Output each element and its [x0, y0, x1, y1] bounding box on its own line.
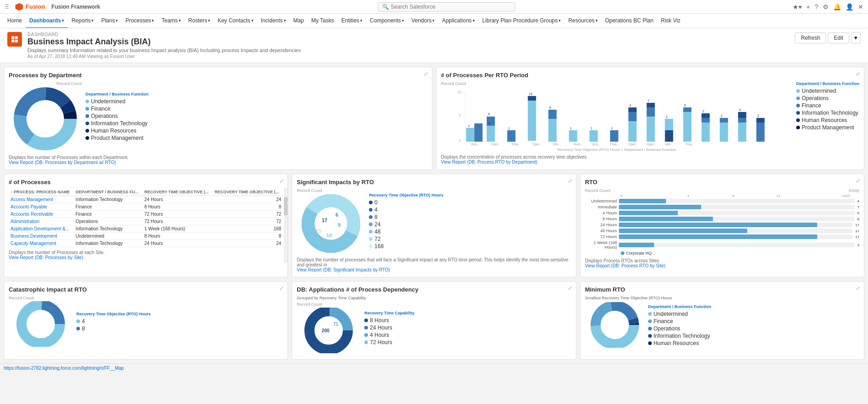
- table-scroll[interactable]: ↑ PROCESS: PROCESS NAME DEPARTMENT / BUS…: [9, 188, 283, 247]
- nav-dashboards[interactable]: Dashboards ▾: [26, 14, 68, 28]
- svg-text:3: 3: [757, 114, 759, 117]
- hbar-label: 1 Week (168 Hours): [585, 240, 617, 250]
- nav-vendors[interactable]: Vendors ▾: [408, 14, 438, 28]
- nav-processes[interactable]: Processes ▾: [122, 14, 158, 28]
- process-name[interactable]: Access Management: [9, 196, 74, 203]
- view-report-link[interactable]: View Report (DB: Process RTO by Departme…: [441, 159, 538, 165]
- svg-text:71: 71: [333, 322, 339, 327]
- nav-ops[interactable]: Operations BC Plan: [602, 14, 657, 28]
- expand-icon[interactable]: ⤢: [279, 285, 284, 292]
- process-name[interactable]: Administration: [9, 218, 74, 225]
- nav-applications[interactable]: Applications ▾: [438, 14, 479, 28]
- nav-entities[interactable]: Entities ▾: [338, 14, 366, 28]
- nav-home[interactable]: Home: [4, 14, 26, 28]
- svg-text:8: 8: [549, 106, 551, 109]
- process-name[interactable]: Application Development &...: [9, 225, 74, 233]
- view-report-link[interactable]: View Report (DB: Process RTO by Site): [585, 263, 666, 268]
- hbar-value: 3: [857, 243, 859, 247]
- grid-icon[interactable]: ⠿: [5, 3, 9, 11]
- rto-period-chart: Und... Oper... Fina... Oper... Info... H…: [441, 87, 793, 146]
- svg-rect-66: [738, 118, 746, 122]
- nav-riskviz[interactable]: Risk Viz: [657, 14, 684, 28]
- settings-icon[interactable]: ⚙: [823, 3, 829, 11]
- expand-icon[interactable]: ⤢: [424, 71, 428, 77]
- col-val: RECOVERY TIME OBJECTIVE (...: [213, 188, 283, 196]
- nav-library[interactable]: Library Plan Procedure Groups ▾: [479, 14, 564, 28]
- rto-period-title: # of Processes Per RTO Period: [441, 72, 860, 79]
- expand-icon[interactable]: ⤢: [856, 285, 860, 292]
- svg-rect-45: [628, 112, 636, 121]
- hbar-value: 17: [855, 235, 859, 239]
- num-processes-title: # of Processes: [9, 179, 283, 186]
- min-rto-title: Minimum RTO: [585, 286, 859, 293]
- more-button[interactable]: ▾: [851, 32, 861, 43]
- svg-rect-58: [701, 122, 709, 142]
- view-report-link[interactable]: View Report (DB: Processes by Site): [9, 255, 83, 260]
- nav-teams[interactable]: Teams ▾: [158, 14, 184, 28]
- donut-chart-dept: [9, 87, 82, 151]
- close-icon[interactable]: ✕: [858, 3, 863, 11]
- svg-rect-2: [11, 40, 14, 43]
- star-icon[interactable]: ★▾: [793, 3, 802, 11]
- expand-icon[interactable]: ⤢: [568, 285, 572, 292]
- hbar-row: 4 Hours 5: [585, 211, 859, 215]
- col-name: ↑ PROCESS: PROCESS NAME: [9, 188, 74, 196]
- nav-resources[interactable]: Resources ▾: [564, 14, 601, 28]
- svg-text:6: 6: [488, 112, 490, 116]
- edit-button[interactable]: Edit: [828, 32, 849, 43]
- process-name[interactable]: Business Development: [9, 233, 74, 240]
- expand-icon[interactable]: ⤢: [568, 178, 572, 184]
- process-name[interactable]: Accounts Payable: [9, 203, 74, 211]
- search-input[interactable]: [391, 4, 511, 10]
- add-icon[interactable]: +: [806, 3, 810, 11]
- nav-plans[interactable]: Plans ▾: [97, 14, 122, 28]
- legend-item: Undetermined: [85, 98, 149, 105]
- nav-components[interactable]: Components ▾: [366, 14, 408, 28]
- num-processes-panel: # of Processes ⤢ ↑ PROCESS: PROCESS NAME…: [4, 174, 288, 277]
- search-box[interactable]: 🔍: [378, 2, 515, 11]
- svg-rect-63: [719, 118, 728, 122]
- hbar-label: Undetermined: [585, 199, 617, 203]
- svg-rect-30: [507, 130, 515, 142]
- hbar-label: Immediate: [585, 205, 617, 209]
- table-row: Accounts Receivable Finance 72 Hours 72: [9, 211, 283, 218]
- expand-icon[interactable]: ⤢: [279, 178, 284, 184]
- processes-by-dept-title: Processes by Department: [9, 72, 427, 79]
- nav-reports[interactable]: Reports ▾: [68, 14, 97, 28]
- svg-rect-40: [589, 130, 597, 142]
- user-icon[interactable]: 👤: [846, 3, 853, 11]
- scrollbar[interactable]: [284, 188, 288, 263]
- expand-icon[interactable]: ⤢: [856, 178, 860, 184]
- svg-rect-52: [665, 130, 673, 142]
- hbar-value: 4: [857, 199, 859, 203]
- svg-text:Oper...: Oper...: [532, 143, 542, 146]
- dashboard-header: DASHBOARD Business Impact Analysis (BIA)…: [0, 28, 868, 63]
- help-icon[interactable]: ?: [815, 3, 818, 11]
- scrollbar-thumb[interactable]: [284, 197, 288, 215]
- rto-value: 24 Hours: [143, 240, 213, 247]
- process-name[interactable]: Capacity Management: [9, 240, 74, 247]
- cat-legend-title: Recovery Time Objective (RTO) Hours: [76, 312, 151, 316]
- rto-period-panel: # of Processes Per RTO Period ⤢ Record C…: [436, 67, 865, 170]
- process-name[interactable]: Accounts Receivable: [9, 211, 74, 218]
- view-report-link[interactable]: View Report (DB: Significant Impacts by …: [297, 267, 390, 272]
- rto-num: 8: [213, 233, 283, 240]
- refresh-button[interactable]: Refresh: [795, 32, 826, 43]
- nav-keycontacts[interactable]: Key Contacts ▾: [214, 14, 257, 28]
- panel-footer: Displays Process RTOs across Sites View …: [585, 258, 859, 268]
- svg-text:1: 1: [508, 127, 510, 130]
- expand-icon[interactable]: ⤢: [856, 71, 860, 77]
- bell-icon[interactable]: 🔔: [833, 3, 841, 11]
- nav-map[interactable]: Map: [290, 14, 308, 28]
- nav-incidents[interactable]: Incidents ▾: [257, 14, 290, 28]
- legend-item: Human Resources: [648, 340, 711, 346]
- view-report-link[interactable]: View Report (DB: Processes by Department…: [9, 160, 116, 165]
- nav-rosters[interactable]: Rosters ▾: [185, 14, 214, 28]
- svg-text:1: 1: [590, 127, 592, 130]
- hbar-track: [619, 223, 852, 227]
- legend-item: 168: [369, 243, 443, 250]
- app-dep-subtitle: Grouped by Recovery Time Capability: [297, 296, 571, 300]
- hbar-label: 24 Hours: [585, 223, 617, 227]
- nav-mytasks[interactable]: My Tasks: [308, 14, 338, 28]
- hbar-fill: [619, 229, 747, 233]
